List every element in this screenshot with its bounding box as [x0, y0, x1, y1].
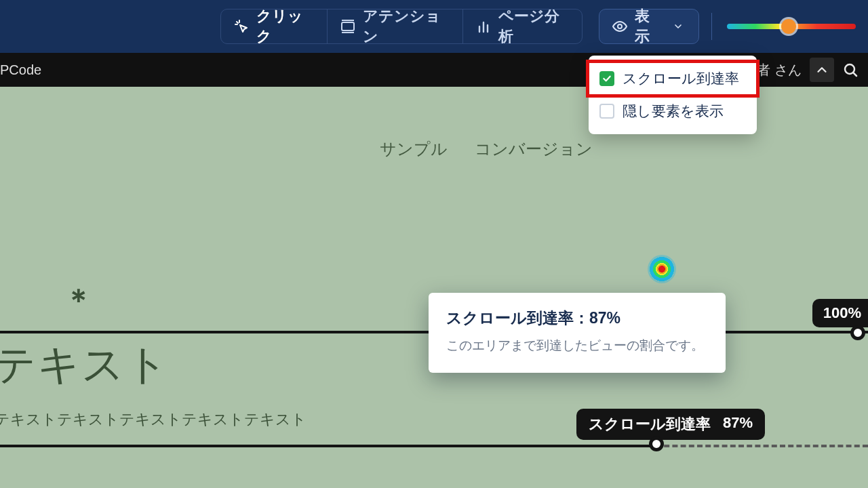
tab-click[interactable]: クリック	[221, 9, 328, 43]
search-button[interactable]	[838, 58, 863, 82]
tab-attention[interactable]: アテンション	[328, 9, 463, 43]
scroll-marker-100-dot[interactable]	[850, 325, 865, 340]
display-button-label: 表示	[635, 6, 663, 47]
scroll-marker-current-label: スクロール到達率	[589, 414, 711, 434]
tooltip-title: スクロール到達率：87%	[446, 308, 708, 329]
site-brand: PCode	[0, 62, 41, 78]
scroll-marker-current-badge: スクロール到達率 87%	[576, 409, 765, 440]
dropdown-item-scroll-reach[interactable]: スクロール到達率	[589, 62, 757, 95]
scroll-marker-100-label: 100%	[823, 304, 861, 321]
toolbar-divider	[711, 13, 712, 40]
dropdown-item-hidden-elements[interactable]: 隠し要素を表示	[589, 95, 757, 127]
scroll-marker-100-badge: 100%	[812, 299, 868, 327]
scroll-marker-current-value: 87%	[723, 414, 753, 434]
checkbox-scroll-reach[interactable]	[599, 71, 614, 86]
checkbox-hidden-elements[interactable]	[599, 104, 614, 119]
analysis-toolbar: クリック アテンション ページ分析	[0, 0, 868, 53]
scroll-marker-current-dot[interactable]	[649, 436, 664, 451]
collapse-button[interactable]	[810, 58, 834, 82]
tab-click-label: クリック	[256, 9, 315, 44]
dropdown-item-scroll-reach-label: スクロール到達率	[623, 69, 739, 88]
scroll-marker-dashed	[656, 445, 868, 447]
eye-icon	[612, 18, 628, 35]
analysis-mode-tabs: クリック アテンション ページ分析	[220, 9, 583, 44]
svg-rect-0	[342, 22, 354, 30]
bar-chart-icon	[475, 18, 492, 35]
page-preview: サンプル コンバージョン ＊ テキスト テキストテキストテキストテキストテキスト…	[0, 87, 868, 488]
attention-icon	[340, 18, 356, 35]
chevron-down-icon	[670, 18, 686, 35]
svg-line-8	[853, 73, 856, 76]
click-icon	[233, 18, 250, 35]
user-label: 者 さん	[757, 61, 802, 79]
tab-page-label: ページ分析	[498, 9, 570, 44]
scroll-reach-tooltip: スクロール到達率：87% このエリアまで到達したビューの割合です。	[429, 293, 726, 373]
display-options-dropdown: スクロール到達率 隠し要素を表示	[589, 56, 757, 134]
slider-knob[interactable]	[781, 19, 796, 34]
tab-page-analysis[interactable]: ページ分析	[463, 9, 582, 43]
display-options-button[interactable]: 表示	[599, 9, 699, 44]
scroll-marker-solid	[0, 445, 656, 447]
tooltip-description: このエリアまで到達したビューの割合です。	[446, 336, 708, 355]
tab-attention-label: アテンション	[363, 9, 450, 44]
intensity-slider[interactable]	[727, 20, 856, 33]
dropdown-item-hidden-elements-label: 隠し要素を表示	[623, 102, 724, 121]
svg-point-6	[618, 24, 622, 28]
heatmap-hotspot	[648, 255, 676, 283]
